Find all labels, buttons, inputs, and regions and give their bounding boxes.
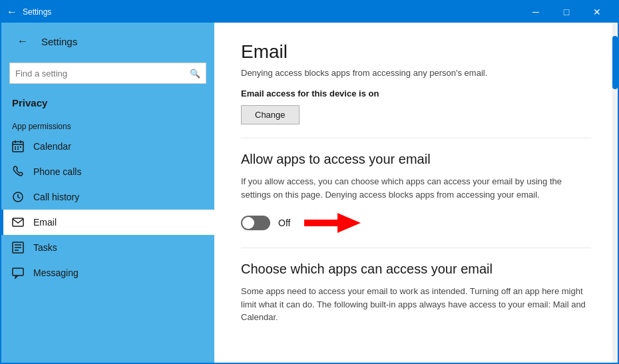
svg-rect-15 bbox=[13, 268, 23, 275]
history-icon bbox=[12, 191, 24, 203]
sidebar-item-label: Messaging bbox=[33, 268, 79, 278]
maximize-button[interactable]: □ bbox=[551, 1, 582, 23]
sidebar-header: ← Settings bbox=[1, 23, 214, 60]
email-access-toggle[interactable] bbox=[241, 216, 270, 230]
window-controls: ─ □ ✕ bbox=[520, 1, 612, 23]
messaging-icon bbox=[12, 267, 24, 279]
privacy-label: Privacy bbox=[1, 94, 214, 116]
allow-section-description: If you allow access, you can choose whic… bbox=[241, 175, 591, 201]
titlebar: ← Settings ─ □ ✕ bbox=[1, 1, 618, 23]
phone-icon bbox=[12, 166, 24, 178]
email-icon bbox=[12, 216, 24, 228]
sidebar-item-messaging[interactable]: Messaging bbox=[1, 260, 214, 285]
page-subtitle: Denying access blocks apps from accessin… bbox=[241, 68, 591, 78]
sidebar-item-email[interactable]: Email bbox=[1, 210, 214, 235]
scrollbar-thumb[interactable] bbox=[612, 36, 618, 89]
sidebar-item-label: Tasks bbox=[33, 242, 57, 253]
svg-rect-4 bbox=[15, 146, 16, 148]
app-permissions-label: App permissions bbox=[1, 116, 214, 134]
svg-rect-5 bbox=[17, 146, 19, 148]
app-body: ← Settings 🔍 Privacy App permissions bbox=[1, 23, 618, 363]
sidebar-item-call-history[interactable]: Call history bbox=[1, 184, 214, 210]
device-status-text: Email access for this device is on bbox=[241, 89, 591, 98]
sidebar: ← Settings 🔍 Privacy App permissions bbox=[1, 23, 214, 363]
titlebar-title: Settings bbox=[23, 7, 520, 17]
content-area: Email Denying access blocks apps from ac… bbox=[214, 23, 618, 363]
sidebar-item-phone-calls[interactable]: Phone calls bbox=[1, 159, 214, 184]
search-box[interactable]: 🔍 bbox=[9, 63, 206, 84]
search-input[interactable] bbox=[15, 69, 190, 79]
sidebar-item-label: Call history bbox=[33, 192, 79, 202]
svg-rect-7 bbox=[15, 148, 16, 150]
search-icon-button[interactable]: 🔍 bbox=[190, 69, 200, 79]
back-button[interactable]: ← bbox=[12, 31, 33, 52]
scrollbar-track bbox=[612, 23, 618, 363]
toggle-row: Off bbox=[241, 212, 591, 234]
back-arrow-icon: ← bbox=[17, 35, 28, 47]
sidebar-item-calendar[interactable]: Calendar bbox=[1, 134, 214, 159]
minimize-button[interactable]: ─ bbox=[520, 1, 551, 23]
change-button[interactable]: Change bbox=[241, 105, 300, 124]
divider-1 bbox=[241, 138, 591, 138]
back-icon: ← bbox=[7, 6, 17, 18]
sidebar-item-label: Email bbox=[33, 217, 57, 228]
sidebar-item-tasks[interactable]: Tasks bbox=[1, 235, 214, 260]
sidebar-app-title: Settings bbox=[41, 36, 77, 47]
svg-rect-8 bbox=[17, 148, 19, 150]
choose-section-description: Some apps need to access your email to w… bbox=[241, 285, 591, 324]
svg-rect-6 bbox=[20, 146, 21, 148]
svg-rect-10 bbox=[13, 218, 23, 226]
sidebar-item-label: Phone calls bbox=[33, 166, 81, 177]
arrow-indicator bbox=[301, 212, 361, 234]
allow-section-heading: Allow apps to access your email bbox=[241, 152, 591, 167]
tasks-icon bbox=[12, 242, 24, 254]
calendar-icon bbox=[12, 140, 24, 152]
choose-section-heading: Choose which apps can access your email bbox=[241, 262, 591, 277]
sidebar-item-label: Calendar bbox=[33, 141, 71, 152]
divider-2 bbox=[241, 248, 591, 248]
svg-marker-16 bbox=[304, 213, 361, 233]
toggle-label: Off bbox=[278, 218, 290, 228]
page-title: Email bbox=[241, 41, 591, 63]
close-button[interactable]: ✕ bbox=[582, 1, 612, 23]
